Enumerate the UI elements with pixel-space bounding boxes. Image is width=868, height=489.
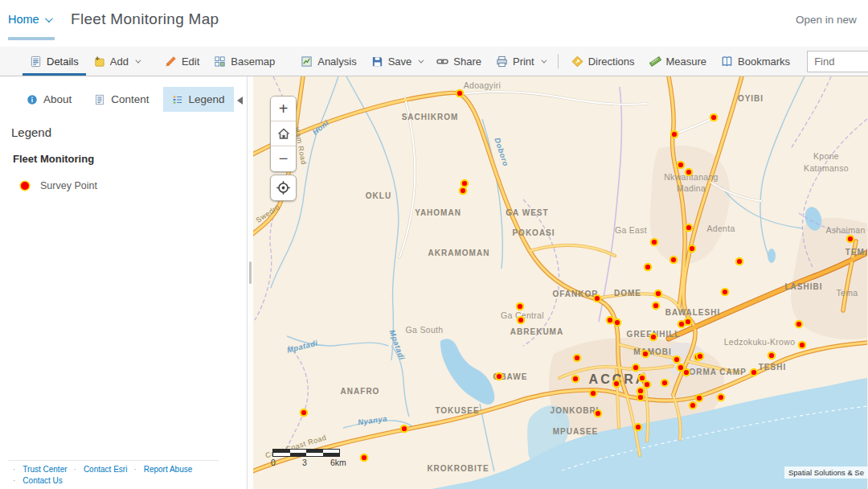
survey-point[interactable] [651,239,657,245]
map-label: POKOASI [512,228,555,237]
tab-content[interactable]: Content [85,87,158,112]
measure-button[interactable]: Measure [642,47,714,76]
analysis-label: Analysis [317,55,356,68]
survey-point[interactable] [736,258,743,265]
survey-point[interactable] [401,425,407,432]
tab-about[interactable]: About [18,87,80,112]
map-label: YAHOMAN [415,208,461,217]
map-label: Mpatadi [387,328,407,361]
survey-point[interactable] [685,318,691,325]
survey-point[interactable] [594,295,600,302]
survey-point[interactable] [642,351,649,357]
open-in-new-link[interactable]: Open in new [796,14,857,26]
survey-point[interactable] [683,369,690,376]
scale-label-mid: 3 [302,458,307,467]
map-label: Ledzokuku-Krowo [724,337,796,347]
map-label: KROKROBITE [427,464,489,473]
map-label: GA WEST [506,208,548,217]
survey-point[interactable] [653,302,659,309]
contact-us-link[interactable]: Contact Us [8,476,63,485]
print-button[interactable]: Print [489,47,552,76]
survey-point[interactable] [678,162,684,168]
sidebar-scrollbar[interactable] [249,261,252,284]
collapse-panel-icon[interactable] [237,97,243,105]
survey-point[interactable] [799,342,805,348]
survey-point[interactable] [847,236,854,242]
survey-point[interactable] [674,356,680,363]
toolbar-right-group: Save Share Print Directions Measure [364,47,868,76]
map-label: TOKUSEE [435,406,479,415]
trust-center-link[interactable]: Trust Center [8,465,68,474]
content-icon [94,94,105,105]
save-button[interactable]: Save [364,47,430,76]
details-button[interactable]: Details [23,47,86,76]
print-label: Print [513,55,534,68]
survey-point[interactable] [607,317,613,323]
edit-pencil-icon [165,55,177,68]
map-canvas[interactable]: AdoagyiriSACHIKROMOKLUYAHOMANGA WESTPOKO… [253,76,868,489]
content-area: About Content Legend Legend Fleet Monito… [0,76,868,489]
zoom-control: + − [270,96,297,172]
survey-point[interactable] [650,334,657,340]
survey-point[interactable] [637,394,644,401]
legend-icon [172,94,183,105]
contact-esri-link[interactable]: Contact Esri [69,465,128,474]
edit-button[interactable]: Edit [158,47,207,76]
survey-point[interactable] [655,290,661,297]
survey-point[interactable] [517,303,523,310]
map-label: Doboro [493,137,510,167]
survey-point[interactable] [686,169,692,175]
survey-point[interactable] [751,369,757,376]
home-menu-label: Home [8,13,39,26]
zoom-out-button[interactable]: − [271,146,296,171]
survey-point[interactable] [690,402,696,409]
survey-point[interactable] [768,352,775,359]
survey-point[interactable] [710,114,717,121]
bookmarks-button[interactable]: Bookmarks [714,47,797,76]
find-input[interactable] [807,51,868,72]
basemap-icon [214,55,226,68]
survey-point[interactable] [686,224,692,231]
home-icon [276,126,291,141]
analysis-button[interactable]: Analysis [293,47,363,76]
survey-point[interactable] [460,187,466,194]
home-menu-button[interactable]: Home [8,13,51,26]
survey-point[interactable] [301,409,307,416]
survey-point[interactable] [697,353,703,360]
map-attribution: Spatial Solutions & Se [784,466,868,479]
survey-point[interactable] [572,376,579,382]
survey-point[interactable] [661,380,668,386]
survey-point[interactable] [718,394,724,401]
survey-point[interactable] [689,245,695,252]
survey-point[interactable] [457,90,463,97]
report-abuse-link[interactable]: Report Abuse [129,465,192,474]
zoom-in-button[interactable]: + [271,97,296,121]
survey-point[interactable] [613,380,620,387]
home-extent-button[interactable] [271,121,296,146]
locate-button[interactable] [270,175,297,201]
survey-point[interactable] [670,257,677,263]
survey-point[interactable] [361,454,367,461]
survey-point[interactable] [574,355,580,361]
survey-point[interactable] [796,321,802,327]
survey-point[interactable] [518,317,524,323]
directions-button[interactable]: Directions [564,47,642,76]
basemap-button[interactable]: Basemap [207,47,282,76]
survey-point[interactable] [671,131,678,138]
survey-point[interactable] [590,390,596,397]
survey-point[interactable] [645,264,651,270]
add-button[interactable]: Add [86,47,146,76]
survey-point[interactable] [639,375,645,381]
survey-point[interactable] [595,410,601,417]
survey-point[interactable] [644,381,650,388]
survey-point[interactable] [696,395,702,401]
survey-point[interactable] [635,424,641,430]
add-label: Add [110,55,129,68]
survey-point[interactable] [461,180,468,187]
survey-point[interactable] [633,364,639,371]
share-button[interactable]: Share [429,47,489,76]
survey-point[interactable] [614,319,620,326]
tab-legend[interactable]: Legend [163,87,234,112]
survey-point[interactable] [722,289,728,295]
survey-point[interactable] [496,373,502,380]
